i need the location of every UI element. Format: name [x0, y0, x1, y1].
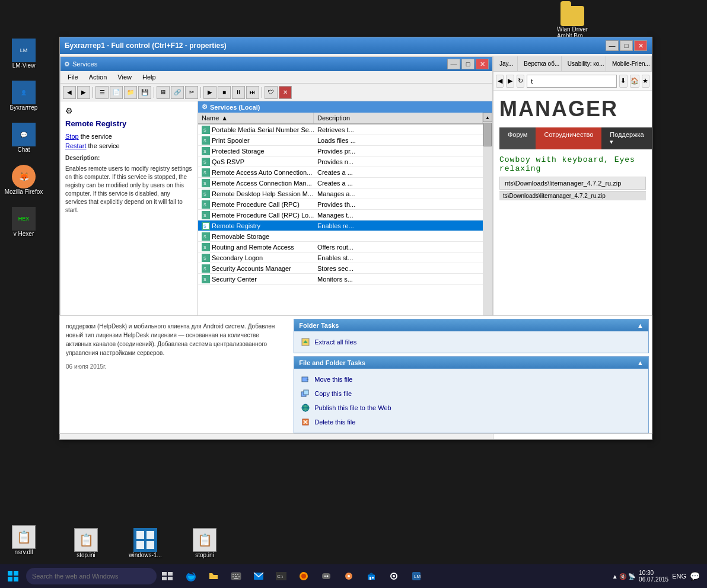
- browser-tab-1[interactable]: Jay...: [493, 56, 518, 71]
- table-row[interactable]: SPrint SpoolerLoads files ...: [198, 135, 483, 146]
- browser-tab-4[interactable]: Mobile-Frien...: [606, 56, 652, 71]
- table-row[interactable]: SSecondary LogonEnables st...: [198, 253, 483, 263]
- toolbar-save[interactable]: 💾: [138, 86, 151, 99]
- toolbar-pause[interactable]: ⏸: [232, 86, 245, 99]
- nav-back[interactable]: ◀: [496, 75, 504, 88]
- move-file-task[interactable]: Move this file: [298, 372, 645, 386]
- taskbar-cmd[interactable]: C:\: [270, 565, 292, 587]
- table-row[interactable]: SRemote Procedure Call (RPC)Provides th.…: [198, 199, 483, 210]
- browser-tab-3[interactable]: Usability: ко...: [562, 56, 606, 71]
- toolbar-forward[interactable]: ▶: [77, 86, 90, 99]
- taskbar-game[interactable]: [316, 565, 337, 587]
- chat-icon[interactable]: 💬 Chat: [3, 123, 44, 153]
- desktop-icon-stop-ini-1[interactable]: 📋 stop.ini: [65, 528, 107, 558]
- toolbar-x[interactable]: ✕: [279, 86, 292, 99]
- folder-tasks-collapse[interactable]: ▲: [637, 322, 644, 329]
- taskbar-edge[interactable]: [180, 565, 202, 587]
- language-indicator[interactable]: ENG: [672, 573, 686, 580]
- desktop-icon-stop-ini-2[interactable]: 📋 stop.ini: [184, 528, 225, 558]
- th-name[interactable]: Name ▲: [198, 113, 314, 123]
- taskbar-keyboard[interactable]: [225, 565, 247, 587]
- toolbar-disconnect[interactable]: ✂: [185, 86, 198, 99]
- nav-refresh[interactable]: ↻: [517, 75, 524, 88]
- taskbar-store[interactable]: [361, 565, 382, 587]
- services-close-button[interactable]: ✕: [476, 59, 489, 69]
- table-row[interactable]: SRemote RegistryEnables re...: [198, 220, 483, 231]
- nav-bookmark[interactable]: ★: [642, 75, 649, 88]
- services-minimize-button[interactable]: —: [447, 59, 460, 69]
- taskbar-music[interactable]: [338, 565, 359, 587]
- start-button[interactable]: [2, 565, 24, 587]
- th-description[interactable]: Description: [314, 113, 483, 123]
- toolbar-play[interactable]: ▶: [203, 86, 216, 99]
- table-row[interactable]: SRemote Access Auto Connection...Creates…: [198, 167, 483, 178]
- sort-icon: ▲: [221, 114, 228, 122]
- table-row[interactable]: SPortable Media Serial Number Se...Retri…: [198, 124, 483, 135]
- table-row[interactable]: SRemovable Storage: [198, 231, 483, 242]
- table-row[interactable]: SProtected StorageProvides pr...: [198, 146, 483, 156]
- taskbar-litemanager[interactable]: LM: [406, 565, 427, 587]
- file-folder-tasks-collapse[interactable]: ▲: [637, 359, 644, 366]
- table-row[interactable]: SRemote Desktop Help Session M...Manages…: [198, 188, 483, 199]
- scroll-thumb[interactable]: [483, 123, 492, 146]
- menu-file[interactable]: File: [63, 72, 83, 82]
- table-row[interactable]: SRouting and Remote AccessOffers rout...: [198, 242, 483, 253]
- nav-home[interactable]: 🏠: [630, 75, 639, 88]
- table-row[interactable]: SRemote Access Connection Man...Creates …: [198, 178, 483, 188]
- minimize-button[interactable]: —: [606, 40, 619, 51]
- file-folder-tasks-header[interactable]: File and Folder Tasks ▲: [294, 357, 648, 369]
- menu-view[interactable]: View: [113, 72, 136, 82]
- taskbar-settings[interactable]: [383, 565, 405, 587]
- firefox-icon[interactable]: 🦊 Mozilla Firefox: [3, 165, 44, 195]
- toolbar-monitor[interactable]: 🖥: [157, 86, 170, 99]
- scroll-up-arrow[interactable]: ▲: [483, 113, 492, 122]
- copy-file-task[interactable]: Copy this file: [298, 386, 645, 401]
- taskbar-search[interactable]: [26, 568, 157, 584]
- notifications-icon[interactable]: 💬: [690, 571, 700, 581]
- table-row[interactable]: SQoS RSVPProvides n...: [198, 156, 483, 167]
- svg-text:S: S: [203, 203, 206, 207]
- site-nav-forum[interactable]: Форум: [499, 127, 536, 149]
- taskbar-explorer[interactable]: [203, 565, 224, 587]
- lm-view-icon[interactable]: LM LM-View: [3, 39, 44, 69]
- services-scrollbar[interactable]: ▲ ▼: [483, 113, 492, 327]
- close-button[interactable]: ✕: [634, 40, 647, 51]
- task-view-button[interactable]: [157, 565, 178, 587]
- stop-service-link[interactable]: Stop: [65, 133, 79, 140]
- delete-file-task[interactable]: Delete this file: [298, 415, 645, 429]
- restart-service-link[interactable]: Restart: [65, 142, 86, 149]
- publish-file-task[interactable]: Publish this file to the Web: [298, 401, 645, 415]
- maximize-button[interactable]: □: [620, 40, 633, 51]
- site-nav-cooperation[interactable]: Сотрудничество: [536, 127, 601, 149]
- desktop-icon-wlan[interactable]: Wlan Driver Ambit Bro...: [552, 6, 593, 39]
- desktop-icon-insrv[interactable]: 📋 nsrv.dll: [3, 525, 44, 555]
- toolbar-restart[interactable]: ⏭: [246, 86, 259, 99]
- site-nav-support[interactable]: Поддержка ▾: [601, 127, 652, 149]
- nav-forward[interactable]: ▶: [506, 75, 514, 88]
- svg-rect-51: [8, 577, 12, 581]
- toolbar-shield[interactable]: 🛡: [265, 86, 278, 99]
- extract-files-task[interactable]: Extract all files: [298, 335, 645, 349]
- table-row[interactable]: SSecurity Accounts ManagerStores sec...: [198, 263, 483, 274]
- browser-tab-2[interactable]: Верстка об...: [518, 56, 562, 71]
- taskbar-mail[interactable]: [248, 565, 269, 587]
- toolbar-new[interactable]: 📄: [110, 86, 123, 99]
- menu-help[interactable]: Help: [138, 72, 161, 82]
- toolbar-connect[interactable]: 🔗: [171, 86, 184, 99]
- menu-action[interactable]: Action: [84, 72, 112, 82]
- address-bar[interactable]: [527, 75, 617, 88]
- taskbar-firefox[interactable]: [293, 565, 314, 587]
- toolbar-open[interactable]: 📁: [124, 86, 137, 99]
- toolbar-back[interactable]: ◀: [63, 86, 76, 99]
- table-row[interactable]: SRemote Procedure Call (RPC) Lo...Manage…: [198, 210, 483, 220]
- buhgalter-icon[interactable]: 👤 Бухгалтер: [3, 81, 44, 111]
- toolbar-view[interactable]: ☰: [95, 86, 109, 99]
- services-maximize-button[interactable]: □: [461, 59, 474, 69]
- nav-download[interactable]: ⬇: [619, 75, 627, 88]
- hexer-icon[interactable]: HEX v Hexer: [3, 207, 44, 237]
- toolbar-stop[interactable]: ■: [218, 86, 231, 99]
- service-row-icon: S: [202, 222, 210, 230]
- table-row[interactable]: SSecurity CenterMonitors s...: [198, 274, 483, 285]
- folder-tasks-header[interactable]: Folder Tasks ▲: [294, 319, 648, 331]
- desktop-icon-windows[interactable]: windows-1...: [125, 528, 166, 558]
